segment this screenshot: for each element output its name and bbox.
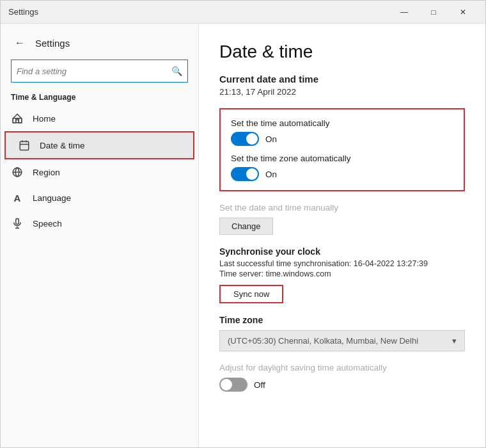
- search-icon: 🔍: [171, 66, 182, 76]
- sidebar-item-speech-label: Speech: [33, 219, 62, 228]
- auto-time-toggle-label: On: [265, 134, 277, 144]
- dst-section: Adjust for daylight saving time automati…: [219, 363, 465, 392]
- auto-settings-box: Set the time automatically On Set the ti…: [219, 108, 465, 191]
- titlebar-title: Settings: [8, 7, 38, 17]
- region-icon: [11, 166, 24, 179]
- sidebar-item-language[interactable]: A Language: [1, 185, 198, 211]
- sidebar-item-region[interactable]: Region: [1, 159, 198, 185]
- dst-toggle-knob: [221, 379, 232, 390]
- sync-last: Last successful time synchronisation: 16…: [219, 259, 465, 268]
- home-icon: [11, 112, 24, 125]
- auto-time-toggle-knob: [246, 133, 258, 145]
- search-box-wrap: 🔍: [1, 57, 198, 90]
- minimize-button[interactable]: —: [389, 1, 419, 24]
- sync-section: Synchronise your clock Last successful t…: [219, 246, 465, 303]
- sync-title: Synchronise your clock: [219, 246, 465, 257]
- sync-server: Time server: time.windows.com: [219, 269, 465, 278]
- sidebar-app-title: Settings: [35, 38, 70, 49]
- svg-rect-1: [20, 141, 29, 150]
- current-datetime: 21:13, 17 April 2022: [219, 87, 465, 97]
- timezone-section: Time zone (UTC+05:30) Chennai, Kolkata, …: [219, 315, 465, 351]
- timezone-dropdown[interactable]: (UTC+05:30) Chennai, Kolkata, Mumbai, Ne…: [219, 330, 465, 351]
- maximize-button[interactable]: □: [419, 1, 448, 24]
- manual-label: Set the date and time manually: [219, 203, 465, 212]
- timezone-label: Time zone: [219, 315, 465, 325]
- search-box-container: 🔍: [11, 60, 188, 83]
- active-box: Date & time: [4, 131, 194, 159]
- auto-timezone-label: Set the time zone automatically: [231, 154, 453, 163]
- auto-timezone-toggle-label: On: [265, 170, 277, 179]
- svg-rect-6: [16, 219, 19, 225]
- auto-timezone-toggle-row: On: [231, 167, 453, 181]
- sidebar-header: ← Settings: [1, 24, 198, 57]
- datetime-icon: [18, 139, 31, 152]
- dst-toggle[interactable]: [219, 378, 247, 392]
- auto-timezone-toggle[interactable]: [231, 167, 259, 181]
- settings-window: Settings — □ ✕ ← Settings 🔍 Time & Langu…: [0, 0, 486, 448]
- speech-icon: [11, 217, 24, 230]
- dst-toggle-row: Off: [219, 378, 465, 392]
- sidebar-item-speech[interactable]: Speech: [1, 211, 198, 236]
- main-panel: Date & time Current date and time 21:13,…: [199, 24, 485, 447]
- auto-timezone-row: Set the time zone automatically On: [231, 154, 453, 181]
- page-title: Date & time: [219, 42, 465, 62]
- sidebar-item-region-label: Region: [33, 168, 60, 177]
- titlebar-controls: — □ ✕: [389, 1, 478, 24]
- manual-section: Set the date and time manually Change: [219, 203, 465, 235]
- current-date-section-title: Current date and time: [219, 74, 465, 84]
- search-input[interactable]: [17, 67, 171, 76]
- sidebar-section-label: Time & Language: [1, 90, 198, 106]
- svg-rect-0: [13, 118, 22, 123]
- sidebar-item-datetime[interactable]: Date & time: [6, 132, 193, 158]
- auto-timezone-toggle-knob: [246, 168, 258, 180]
- back-button[interactable]: ←: [11, 34, 29, 52]
- dst-label: Adjust for daylight saving time automati…: [219, 363, 465, 372]
- sidebar: ← Settings 🔍 Time & Language: [1, 24, 199, 447]
- sync-now-button[interactable]: Sync now: [219, 285, 283, 303]
- titlebar: Settings — □ ✕: [1, 1, 485, 24]
- timezone-value: (UTC+05:30) Chennai, Kolkata, Mumbai, Ne…: [228, 336, 418, 346]
- titlebar-left: Settings: [8, 7, 38, 17]
- auto-time-label: Set the time automatically: [231, 118, 453, 128]
- sidebar-item-home-label: Home: [33, 114, 56, 124]
- sidebar-item-language-label: Language: [33, 193, 71, 203]
- chevron-down-icon: ▾: [452, 336, 457, 346]
- auto-time-toggle-row: On: [231, 132, 453, 146]
- main-content: ← Settings 🔍 Time & Language: [1, 24, 485, 447]
- language-icon: A: [11, 191, 24, 204]
- change-button[interactable]: Change: [219, 218, 273, 235]
- sidebar-item-datetime-label: Date & time: [40, 141, 85, 150]
- sidebar-item-home[interactable]: Home: [1, 106, 198, 131]
- auto-time-toggle[interactable]: [231, 132, 259, 146]
- auto-time-row: Set the time automatically On: [231, 118, 453, 146]
- dst-toggle-label: Off: [254, 380, 265, 390]
- close-button[interactable]: ✕: [448, 1, 478, 24]
